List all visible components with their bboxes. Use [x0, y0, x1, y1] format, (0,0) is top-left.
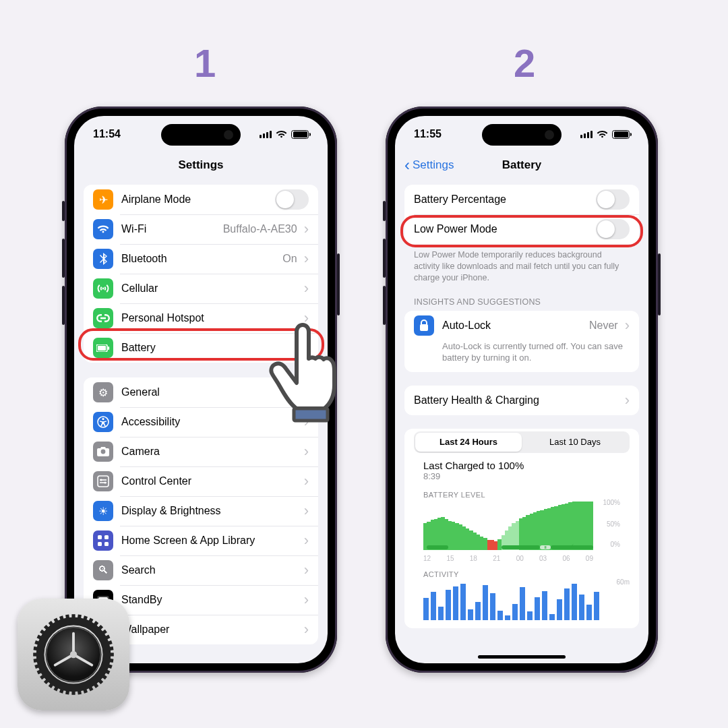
cellular-icon — [93, 278, 113, 299]
chevron-right-icon: › — [304, 220, 309, 238]
row-control-center[interactable]: Control Center › — [84, 466, 318, 496]
battery-group-toggles: Battery Percentage Low Power Mode — [404, 185, 639, 244]
low-power-mode-description: Low Power Mode temporarily reduces backg… — [395, 244, 648, 285]
chevron-right-icon: › — [304, 532, 309, 549]
camera-icon — [93, 442, 113, 462]
airplane-icon: ✈︎ — [93, 189, 113, 210]
airplane-toggle[interactable] — [275, 189, 309, 210]
row-label: Control Center — [121, 475, 301, 487]
row-label: Battery Percentage — [414, 193, 596, 206]
navbar: ‹ Settings Battery — [395, 152, 648, 178]
wifi-row-icon — [93, 219, 113, 239]
row-camera[interactable]: Camera › — [84, 437, 318, 466]
row-search[interactable]: 🔍︎ Search › — [84, 555, 318, 585]
svg-rect-13 — [104, 542, 109, 546]
row-home-screen[interactable]: Home Screen & App Library › — [84, 526, 318, 555]
segment-10-days[interactable]: Last 10 Days — [522, 433, 628, 452]
battery-percentage-toggle[interactable] — [596, 189, 630, 210]
insights-section-header: INSIGHTS AND SUGGESTIONS — [395, 285, 648, 311]
row-wifi[interactable]: Wi-Fi Buffalo-A-AE30 › — [84, 214, 318, 244]
svg-rect-7 — [100, 479, 107, 481]
svg-rect-17 — [420, 324, 428, 331]
y-tick: 50% — [607, 520, 620, 528]
dynamic-island — [161, 124, 241, 146]
navbar: Settings — [74, 152, 328, 178]
row-label: Wi-Fi — [121, 223, 223, 235]
row-bluetooth[interactable]: Bluetooth On › — [84, 244, 318, 274]
status-time: 11:55 — [414, 128, 442, 140]
row-auto-lock[interactable]: Auto-Lock Never › — [404, 311, 639, 340]
svg-rect-2 — [108, 346, 109, 350]
svg-point-4 — [102, 418, 104, 420]
row-value: Never — [589, 320, 618, 332]
row-low-power-mode[interactable]: Low Power Mode — [404, 214, 639, 244]
svg-rect-5 — [98, 476, 109, 487]
cellular-signal-icon — [260, 131, 272, 138]
back-button[interactable]: ‹ Settings — [404, 158, 454, 172]
battery-icon — [291, 130, 309, 139]
chevron-right-icon: › — [304, 591, 309, 609]
step-number-1: 1 — [194, 40, 216, 86]
phone-2: 11:55 ‹ Settings Battery Battery Percent… — [386, 107, 658, 673]
chevron-right-icon: › — [304, 280, 309, 297]
page-title: Battery — [502, 158, 542, 172]
row-value: On — [282, 253, 297, 265]
svg-rect-11 — [104, 535, 109, 539]
svg-rect-10 — [98, 535, 102, 539]
insight-autolock: Auto-Lock Never › Auto-Lock is currently… — [404, 311, 639, 372]
svg-point-64 — [70, 651, 77, 658]
auto-lock-description: Auto-Lock is currently turned off. You c… — [404, 340, 639, 372]
row-label: Airplane Mode — [121, 193, 275, 206]
row-label: Cellular — [121, 282, 301, 295]
row-label: Search — [121, 564, 301, 576]
battery-usage-card: Last 24 Hours Last 10 Days Last Charged … — [404, 429, 639, 628]
low-power-mode-toggle[interactable] — [596, 219, 630, 239]
chevron-left-icon: ‹ — [404, 160, 410, 171]
y-tick: 0% — [611, 541, 620, 548]
row-label: Battery Health & Charging — [414, 394, 622, 406]
activity-y-tick: 60m — [617, 578, 630, 586]
step-number-2: 2 — [514, 40, 535, 86]
status-time: 11:54 — [93, 128, 121, 140]
chevron-right-icon: › — [304, 562, 309, 579]
svg-rect-1 — [98, 346, 106, 351]
lock-icon — [414, 315, 434, 336]
settings-app-icon — [18, 599, 129, 710]
chevron-right-icon: › — [304, 250, 309, 268]
activity-header: ACTIVITY — [404, 562, 639, 580]
svg-rect-12 — [98, 542, 102, 546]
svg-rect-9 — [100, 482, 107, 483]
cellular-signal-icon — [580, 131, 593, 138]
chevron-right-icon: › — [625, 392, 630, 409]
row-label: Camera — [121, 446, 301, 458]
row-label: Auto-Lock — [442, 320, 589, 332]
row-label: Home Screen & App Library — [121, 535, 301, 547]
accessibility-icon — [93, 412, 113, 432]
time-range-segmented[interactable]: Last 24 Hours Last 10 Days — [414, 431, 630, 453]
chevron-right-icon: › — [625, 317, 630, 334]
row-label: Bluetooth — [121, 253, 282, 265]
home-indicator[interactable] — [478, 655, 566, 659]
battery-row-icon — [93, 338, 113, 358]
row-value: Buffalo-A-AE30 — [223, 223, 297, 235]
chevron-right-icon: › — [304, 502, 309, 520]
bluetooth-icon — [93, 249, 113, 269]
row-display-brightness[interactable]: ☀︎ Display & Brightness › — [84, 496, 318, 526]
page-title: Settings — [178, 158, 223, 172]
row-label: StandBy — [121, 594, 301, 606]
row-battery-percentage[interactable]: Battery Percentage — [404, 185, 639, 214]
back-label: Settings — [413, 158, 454, 172]
y-tick: 100% — [603, 499, 620, 506]
row-cellular[interactable]: Cellular › — [84, 274, 318, 303]
brightness-icon: ☀︎ — [93, 501, 113, 521]
wifi-icon — [597, 130, 608, 138]
row-battery-health[interactable]: Battery Health & Charging › — [404, 386, 639, 415]
row-label: Wallpaper — [121, 624, 301, 636]
wifi-icon — [276, 130, 287, 138]
gear-icon: ⚙︎ — [93, 382, 113, 402]
segment-24-hours[interactable]: Last 24 Hours — [415, 433, 522, 452]
row-airplane-mode[interactable]: ✈︎ Airplane Mode — [84, 185, 318, 214]
battery-level-chart: 100% 50% 0% ⏸⚡︎ 1215182100030609 — [423, 500, 620, 562]
battery-level-header: BATTERY LEVEL — [404, 487, 639, 500]
activity-chart — [423, 580, 620, 620]
